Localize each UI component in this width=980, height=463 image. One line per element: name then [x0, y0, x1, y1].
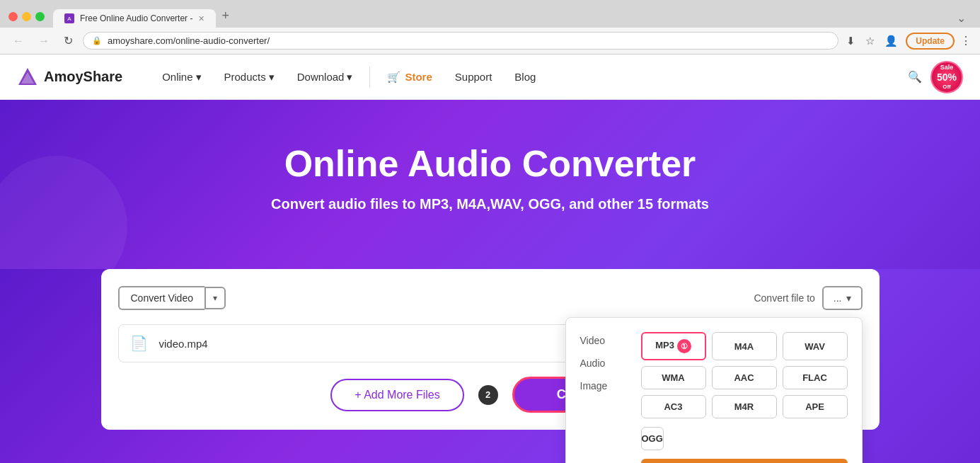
format-grid: MP3① M4A WAV WMA AAC FLAC AC3 M4R APE	[641, 332, 848, 418]
forward-button[interactable]: →	[34, 33, 54, 49]
update-button[interactable]: Update	[906, 33, 955, 50]
nav-item-download[interactable]: Download ▾	[286, 65, 364, 89]
nav-item-products[interactable]: Products ▾	[213, 65, 286, 89]
nav-store-label: Store	[405, 71, 432, 83]
chevron-down-icon: ▾	[846, 292, 851, 304]
format-btn-mp3[interactable]: MP3①	[641, 332, 706, 360]
address-bar[interactable]: 🔒 amoyshare.com/online-audio-converter/	[83, 32, 838, 50]
converter-box: Convert Video ▾ Convert file to ... ▾ 📄 …	[101, 269, 880, 430]
category-audio[interactable]: Audio	[580, 355, 630, 372]
tab-bar: A Free Online Audio Converter - ✕ + ⌄	[53, 6, 972, 28]
nav-item-store[interactable]: 🛒 Store	[376, 65, 443, 89]
nav-item-support[interactable]: Support	[444, 65, 504, 88]
format-categories: Video Audio Image	[580, 332, 630, 463]
convert-file-to-area: Convert file to ... ▾	[754, 286, 862, 310]
browser-toolbar: ← → ↻ 🔒 amoyshare.com/online-audio-conve…	[0, 28, 980, 54]
browser-chrome: A Free Online Audio Converter - ✕ + ⌄ ← …	[0, 0, 980, 55]
hero-title: Online Audio Converter	[17, 142, 963, 185]
format-btn-wma[interactable]: WMA	[641, 366, 706, 389]
traffic-lights	[8, 12, 45, 21]
website: AmoyShare Online ▾ Products ▾ Download ▾…	[0, 55, 980, 463]
format-btn-m4r[interactable]: M4R	[712, 395, 777, 418]
add-files-button[interactable]: + Add More Files	[330, 379, 464, 411]
browser-menu-icon[interactable]: ⋮	[960, 34, 972, 47]
step2-badge: 2	[478, 385, 498, 405]
format-panel-layout: Video Audio Image MP3① M4A WAV WMA	[580, 332, 848, 463]
nav-item-blog[interactable]: Blog	[503, 65, 547, 88]
hero-section: Online Audio Converter Convert audio fil…	[0, 100, 980, 269]
format-btn-ac3[interactable]: AC3	[641, 395, 706, 418]
nav-online-label: Online	[162, 71, 192, 83]
convert-file-to-label: Convert file to	[754, 292, 814, 304]
new-tab-button[interactable]: +	[216, 6, 235, 26]
logo-text: AmoyShare	[44, 69, 122, 85]
format-btn-flac[interactable]: FLAC	[783, 366, 848, 389]
nav-right: 🔍 Sale 50% Off	[905, 61, 963, 93]
back-button[interactable]: ←	[8, 33, 28, 49]
url-text: amoyshare.com/online-audio-converter/	[108, 35, 829, 46]
search-icon[interactable]: 🔍	[905, 67, 925, 86]
format-btn-aac[interactable]: AAC	[712, 366, 777, 389]
step1-badge: ①	[677, 339, 691, 353]
format-btn-m4a[interactable]: M4A	[712, 332, 777, 360]
unlock-button[interactable]: 🔒 Unlock more output formats	[641, 459, 848, 463]
file-icon: 📄	[130, 335, 148, 352]
sale-off: Off	[942, 84, 951, 91]
site-nav: AmoyShare Online ▾ Products ▾ Download ▾…	[0, 55, 980, 100]
tab-title: Free Online Audio Converter -	[80, 13, 192, 23]
chevron-down-icon: ▾	[347, 71, 352, 84]
lock-icon: 🔒	[92, 36, 102, 45]
convert-video-button-group: Convert Video ▾	[118, 286, 226, 310]
sale-percent: 50%	[937, 72, 957, 84]
format-btn-wav[interactable]: WAV	[783, 332, 848, 360]
format-btn-row: OGG	[641, 427, 848, 450]
cart-icon: 🛒	[387, 71, 400, 84]
format-grid-area: MP3① M4A WAV WMA AAC FLAC AC3 M4R APE	[641, 332, 848, 463]
active-tab[interactable]: A Free Online Audio Converter - ✕	[53, 9, 216, 28]
bookmark-icon[interactable]: ☆	[863, 33, 877, 50]
format-btn-ogg[interactable]: OGG	[641, 427, 664, 450]
nav-blog-label: Blog	[514, 71, 536, 83]
convert-format-button[interactable]: ... ▾	[822, 286, 863, 310]
downloads-icon[interactable]: ⬇	[844, 33, 858, 50]
nav-support-label: Support	[455, 71, 492, 83]
chevron-down-icon: ▾	[213, 293, 217, 303]
chevron-down-icon: ▾	[196, 71, 202, 84]
maximize-button[interactable]	[35, 12, 45, 21]
format-panel: Video Audio Image MP3① M4A WAV WMA	[565, 317, 863, 463]
converter-top: Convert Video ▾ Convert file to ... ▾	[118, 286, 863, 310]
chevron-down-icon: ▾	[269, 71, 275, 84]
nav-links: Online ▾ Products ▾ Download ▾ 🛒 Store S…	[151, 65, 905, 89]
nav-download-label: Download	[297, 71, 345, 83]
converter-section: Convert Video ▾ Convert file to ... ▾ 📄 …	[0, 269, 980, 463]
nav-products-label: Products	[224, 71, 266, 83]
toolbar-right: ⬇ ☆ 👤 Update ⋮	[844, 33, 972, 50]
tab-favicon: A	[64, 13, 74, 23]
format-placeholder: ...	[834, 292, 842, 304]
convert-video-main-button[interactable]: Convert Video	[118, 286, 204, 310]
logo-icon	[17, 67, 38, 88]
profile-icon[interactable]: 👤	[882, 33, 900, 50]
category-video[interactable]: Video	[580, 332, 630, 349]
format-btn-ape[interactable]: APE	[783, 395, 848, 418]
convert-video-dropdown-button[interactable]: ▾	[204, 287, 226, 309]
nav-item-online[interactable]: Online ▾	[151, 65, 212, 89]
refresh-button[interactable]: ↻	[59, 33, 77, 49]
logo[interactable]: AmoyShare	[17, 67, 122, 88]
category-image[interactable]: Image	[580, 377, 630, 394]
close-button[interactable]	[8, 12, 18, 21]
browser-more-icon[interactable]: ⌄	[951, 8, 972, 28]
hero-subtitle: Convert audio files to MP3, M4A,WAV, OGG…	[17, 196, 963, 212]
sale-text: Sale	[940, 64, 954, 72]
nav-divider	[369, 67, 370, 88]
tab-close-button[interactable]: ✕	[198, 14, 204, 23]
sale-badge[interactable]: Sale 50% Off	[930, 61, 963, 93]
minimize-button[interactable]	[22, 12, 31, 21]
